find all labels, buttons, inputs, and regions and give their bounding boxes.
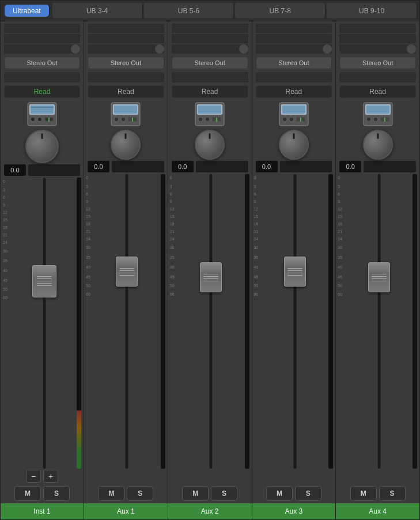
tab-ub56[interactable]: UB 5-6 [144,3,234,18]
pan-knob-inst1[interactable] [25,130,59,163]
insert-slot-aux1-3[interactable] [88,44,164,54]
insert-slot-3[interactable] [4,44,80,54]
stereo-out-btn-aux3[interactable]: Stereo Out [256,56,332,69]
insert-slot-aux3-2[interactable] [256,34,332,43]
insert-slot-2[interactable] [4,34,80,43]
vu-meter-aux3 [328,174,333,469]
pan-extra-aux3 [280,161,332,172]
solo-btn-aux4[interactable]: S [379,486,406,501]
send-slot-aux3 [256,72,332,82]
solo-btn-aux2[interactable]: S [211,486,237,501]
pan-knob-aux1[interactable] [111,130,141,160]
mute-btn-inst1[interactable]: M [14,486,41,501]
svg-point-22 [205,117,210,122]
pan-knob-aux4[interactable] [363,130,393,160]
mixer-container: Ultrabeat UB 3-4 UB 5-6 UB 7-8 UB 9-10 S… [0,0,420,520]
insert-slot-aux2-3[interactable] [172,44,248,54]
fader-track-aux4[interactable] [346,174,411,469]
zoom-plus-btn[interactable]: + [43,470,58,483]
fader-handle-aux1[interactable] [116,257,138,287]
fader-section-aux3: 0 3 6 9 12 15 18 21 24 30 35 40 45 50 [252,174,336,469]
mute-btn-aux1[interactable]: M [98,486,124,501]
pan-knob-aux3[interactable] [279,130,309,160]
fader-track-aux3[interactable] [263,174,328,469]
channel-label-inst1: Inst 1 [1,503,84,519]
tab-ultrabeat[interactable]: Ultrabeat [5,5,50,17]
svg-point-29 [289,117,294,122]
read-btn-aux3[interactable]: Read [256,85,332,98]
ms-row-aux4: M S [336,484,419,503]
svg-rect-13 [114,105,137,114]
plugin-icon-inst1[interactable] [27,102,57,126]
vu-meter-aux2 [245,174,249,469]
svg-rect-34 [366,105,389,114]
pan-extra-aux2 [196,161,248,172]
solo-btn-aux3[interactable]: S [295,486,321,501]
zoom-controls-inst1: − + [26,470,58,483]
fader-ruler-aux1: 0 3 6 9 12 15 18 21 24 30 35 40 45 50 [85,174,94,469]
solo-btn-inst1[interactable]: S [43,486,70,501]
insert-slot-aux4-2[interactable] [339,34,416,43]
pan-knob-aux2[interactable] [195,130,225,160]
mute-btn-aux2[interactable]: M [182,486,209,501]
insert-slot-aux2-1[interactable] [172,24,248,33]
svg-point-5 [32,118,34,120]
stereo-out-btn-aux2[interactable]: Stereo Out [172,56,248,69]
tab-ub78[interactable]: UB 7-8 [235,3,326,18]
fader-section-aux2: 0 3 6 9 12 15 18 21 24 30 35 40 45 50 [168,174,252,469]
insert-slot-aux3-1[interactable] [256,24,332,33]
pan-value-row-aux2: 0.0 [168,161,252,172]
svg-point-21 [198,117,203,122]
plugin-icon-aux1[interactable] [111,102,141,126]
read-btn-aux2[interactable]: Read [172,85,248,98]
mute-btn-aux4[interactable]: M [350,486,377,501]
insert-slot-aux4-1[interactable] [339,24,416,33]
fader-track-inst1[interactable] [13,178,75,469]
svg-point-28 [282,117,287,122]
insert-slot-aux3-3[interactable] [256,44,332,54]
pan-value-aux2: 0.0 [172,161,194,172]
fader-track-aux1[interactable] [94,174,160,469]
svg-point-36 [373,117,378,122]
fader-track-aux2[interactable] [179,174,244,469]
pan-value-aux1: 0.0 [88,161,109,172]
plugin-icon-aux2[interactable] [195,102,225,126]
channels: Stereo Out Read [1,21,419,519]
ms-row-aux2: M S [168,484,252,503]
tab-ub910[interactable]: UB 9-10 [327,3,417,18]
read-btn-aux1[interactable]: Read [88,85,164,98]
channel-label-aux3: Aux 3 [252,503,336,519]
zoom-minus-btn[interactable]: − [26,470,41,483]
pan-extra-inst1 [28,164,80,176]
fader-handle-aux4[interactable] [368,262,390,292]
channel-aux1: Stereo Out Read 0.0 [84,21,168,519]
fader-ruler-left: 0 3 6 9 12 15 18 21 24 30 35 40 45 50 [2,178,13,469]
insert-slot-aux1-2[interactable] [88,34,164,43]
fader-handle-inst1[interactable] [32,265,56,297]
insert-slot-aux2-2[interactable] [172,34,248,43]
solo-btn-aux1[interactable]: S [127,486,153,501]
plugin-icon-aux4[interactable] [363,102,393,126]
mute-btn-aux3[interactable]: M [266,486,293,501]
tab-ub34[interactable]: UB 3-4 [52,3,143,18]
fader-section-aux4: 0 3 6 9 12 15 18 21 24 30 35 40 45 50 [336,174,419,469]
pan-value-row-aux3: 0.0 [252,161,336,172]
inserts-aux1 [84,21,168,54]
fader-handle-aux2[interactable] [200,262,222,292]
fader-handle-aux3[interactable] [284,257,306,287]
send-slot-inst1 [4,72,80,82]
stereo-out-btn-aux4[interactable]: Stereo Out [339,56,416,69]
stereo-out-btn-inst1[interactable]: Stereo Out [4,56,80,69]
insert-slot-1[interactable] [4,24,80,33]
insert-slot-aux1-1[interactable] [88,24,164,33]
plugin-icon-aux3[interactable] [279,102,309,126]
svg-rect-3 [31,107,54,108]
fader-ruler-aux2: 0 3 6 9 12 15 18 21 24 30 35 40 45 50 [169,174,179,469]
read-btn-inst1[interactable]: Read [4,85,80,98]
pan-value-aux3: 0.0 [256,161,278,172]
vu-meter-aux4 [413,174,417,469]
insert-slot-aux4-3[interactable] [339,44,416,54]
read-btn-aux4[interactable]: Read [339,85,416,98]
channel-inst1: Stereo Out Read [1,21,84,519]
stereo-out-btn-aux1[interactable]: Stereo Out [88,56,164,69]
